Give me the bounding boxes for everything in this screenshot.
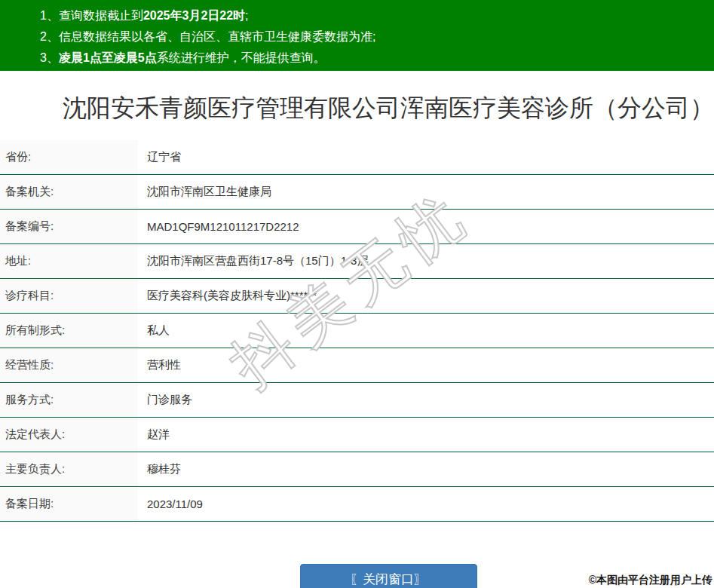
field-value: 沈阳市浑南区营盘西街17-8号（15门）1-3层 xyxy=(138,254,714,268)
field-label: 所有制形式: xyxy=(0,314,138,348)
field-label: 诊疗科目: xyxy=(0,279,138,313)
record-page: 1、查询数据截止到2025年3月2日22时; 2、信息数据结果以各省、自治区、直… xyxy=(0,0,714,588)
record-table: 省份: 辽宁省 备案机关: 沈阳市浑南区卫生健康局 备案编号: MAD1QF9M… xyxy=(0,140,714,522)
table-row-filing-authority: 备案机关: 沈阳市浑南区卫生健康局 xyxy=(0,175,714,210)
notice-3-text: 3、 xyxy=(40,51,59,64)
field-label: 主要负责人: xyxy=(0,452,138,486)
notice-3-bold: 凌晨1点至凌晨5点 xyxy=(59,51,157,64)
field-value: 医疗美容科(美容皮肤科专业)****** xyxy=(138,289,714,303)
notice-banner: 1、查询数据截止到2025年3月2日22时; 2、信息数据结果以各省、自治区、直… xyxy=(0,0,714,71)
table-row-address: 地址: 沈阳市浑南区营盘西街17-8号（15门）1-3层 xyxy=(0,244,714,279)
field-label: 备案日期: xyxy=(0,487,138,521)
field-label: 省份: xyxy=(0,140,138,174)
notice-1-text: 1、查询数据截止到 xyxy=(40,9,143,22)
field-label: 服务方式: xyxy=(0,383,138,417)
field-value: 赵洋 xyxy=(138,427,714,442)
notice-1-bold: 2025年3月2日22时 xyxy=(143,9,245,22)
field-value: 门诊服务 xyxy=(138,393,714,407)
field-label: 法定代表人: xyxy=(0,418,138,452)
field-value: MAD1QF9M121011217D2212 xyxy=(138,220,714,233)
field-label: 备案机关: xyxy=(0,175,138,209)
notice-3-suffix: 系统进行维护，不能提供查询。 xyxy=(157,51,326,64)
field-value: 辽宁省 xyxy=(138,150,714,164)
field-label: 备案编号: xyxy=(0,210,138,243)
page-title: 沈阳安禾青颜医疗管理有限公司浑南医疗美容诊所（分公司） xyxy=(0,91,714,124)
notice-line-2: 2、信息数据结果以各省、自治区、直辖市卫生健康委数据为准; xyxy=(40,26,714,47)
table-row-business-nature: 经营性质: 营利性 xyxy=(0,348,714,383)
title-spacer xyxy=(0,124,714,140)
table-row-filing-date: 备案日期: 2023/11/09 xyxy=(0,487,714,522)
notice-1-suffix: ; xyxy=(245,9,248,22)
field-value: 营利性 xyxy=(138,358,714,372)
table-row-filing-number: 备案编号: MAD1QF9M121011217D2212 xyxy=(0,210,714,244)
table-row-principal-person: 主要负责人: 穆桂芬 xyxy=(0,452,714,487)
notice-2-text: 2、信息数据结果以各省、自治区、直辖市卫生健康委数据为准; xyxy=(40,30,375,43)
field-value: 穆桂芬 xyxy=(138,462,714,476)
copyright-watermark: ©本图由平台注册用户上传 xyxy=(589,574,712,587)
table-row-treatment-subjects: 诊疗科目: 医疗美容科(美容皮肤科专业)****** xyxy=(0,279,714,314)
field-value: 私人 xyxy=(138,323,714,338)
table-row-legal-representative: 法定代表人: 赵洋 xyxy=(0,418,714,452)
close-window-button[interactable]: 〖关闭窗口〗 xyxy=(300,564,477,588)
table-row-province: 省份: 辽宁省 xyxy=(0,140,714,175)
table-row-service-mode: 服务方式: 门诊服务 xyxy=(0,383,714,418)
table-row-ownership-form: 所有制形式: 私人 xyxy=(0,314,714,348)
notice-line-1: 1、查询数据截止到2025年3月2日22时; xyxy=(40,5,714,26)
field-label: 地址: xyxy=(0,244,138,278)
field-label: 经营性质: xyxy=(0,348,138,382)
field-value: 沈阳市浑南区卫生健康局 xyxy=(138,185,714,199)
field-value: 2023/11/09 xyxy=(138,498,714,510)
notice-line-3: 3、凌晨1点至凌晨5点系统进行维护，不能提供查询。 xyxy=(40,47,714,69)
